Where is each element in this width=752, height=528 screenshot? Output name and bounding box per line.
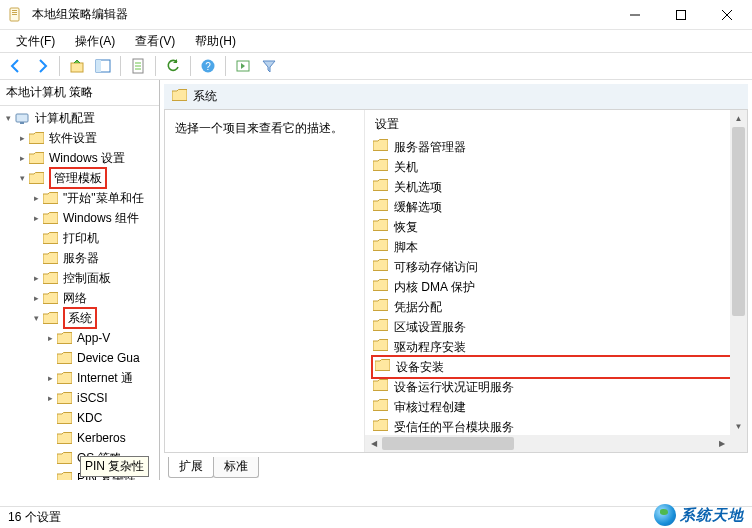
tree-node-printer[interactable]: 打印机	[0, 228, 159, 248]
show-hide-tree-button[interactable]	[91, 55, 115, 77]
titlebar: 本地组策略编辑器	[0, 0, 752, 30]
tree-label: 控制面板	[63, 269, 111, 287]
tree-label: 管理模板	[49, 167, 107, 189]
scroll-thumb-h[interactable]	[382, 437, 514, 450]
horizontal-scrollbar[interactable]: ◀▶	[365, 435, 730, 452]
back-button[interactable]	[4, 55, 28, 77]
tree-node-admin-templates[interactable]: ▾管理模板	[0, 168, 159, 188]
app-icon	[8, 7, 24, 23]
tree-node-kerberos[interactable]: Kerberos	[0, 428, 159, 448]
vertical-scrollbar[interactable]: ▲▼	[730, 110, 747, 435]
list-label: 区域设置服务	[394, 318, 466, 336]
scroll-left-icon[interactable]: ◀	[365, 435, 382, 452]
help-button[interactable]: ?	[196, 55, 220, 77]
list-label: 设备安装	[396, 358, 444, 376]
list-item-scripts[interactable]: 脚本	[371, 237, 747, 257]
tree-header[interactable]: 本地计算机 策略	[0, 80, 159, 106]
list-item-locale[interactable]: 区域设置服务	[371, 317, 747, 337]
list-item-shutdown[interactable]: 关机	[371, 157, 747, 177]
scroll-right-icon[interactable]: ▶	[713, 435, 730, 452]
list-item-recovery[interactable]: 恢复	[371, 217, 747, 237]
maximize-button[interactable]	[658, 1, 704, 29]
tree-node-control-panel[interactable]: ▸控制面板	[0, 268, 159, 288]
list-column-header[interactable]: 设置	[365, 110, 747, 137]
list-item-kernel-dma[interactable]: 内核 DMA 保护	[371, 277, 747, 297]
tree-node-server[interactable]: 服务器	[0, 248, 159, 268]
tree-label: App-V	[77, 329, 110, 347]
forward-button[interactable]	[30, 55, 54, 77]
tree-label: 网络	[63, 289, 87, 307]
tree-label: 计算机配置	[35, 109, 95, 127]
menu-action[interactable]: 操作(A)	[65, 31, 125, 52]
list-item-mitigation[interactable]: 缓解选项	[371, 197, 747, 217]
filter-button[interactable]	[257, 55, 281, 77]
folder-icon	[373, 338, 388, 356]
list-item-shutdown-options[interactable]: 关机选项	[371, 177, 747, 197]
list-item-audit[interactable]: 审核过程创建	[371, 397, 747, 417]
list-label: 驱动程序安装	[394, 338, 466, 356]
folder-icon	[373, 418, 388, 436]
watermark: 系统天地	[654, 504, 744, 526]
tree-node-device-guard[interactable]: Device Gua	[0, 348, 159, 368]
folder-icon	[373, 398, 388, 416]
menubar: 文件(F) 操作(A) 查看(V) 帮助(H)	[0, 30, 752, 52]
menu-view[interactable]: 查看(V)	[125, 31, 185, 52]
list-label: 脚本	[394, 238, 418, 256]
tree-node-software[interactable]: ▸软件设置	[0, 128, 159, 148]
tab-standard[interactable]: 标准	[213, 457, 259, 478]
list-item-trusted-platform[interactable]: 受信任的平台模块服务	[371, 417, 747, 437]
tree-node-system[interactable]: ▾系统	[0, 308, 159, 328]
refresh-button[interactable]	[161, 55, 185, 77]
description-column: 选择一个项目来查看它的描述。	[165, 110, 365, 452]
tree-pane: 本地计算机 策略 ▾计算机配置 ▸软件设置 ▸Windows 设置 ▾管理模板 …	[0, 80, 160, 480]
tree-node-windows-components[interactable]: ▸Windows 组件	[0, 208, 159, 228]
menu-help[interactable]: 帮助(H)	[185, 31, 246, 52]
folder-icon	[373, 318, 388, 336]
toolbar-extra-button[interactable]	[231, 55, 255, 77]
list-item-credential[interactable]: 凭据分配	[371, 297, 747, 317]
scroll-thumb[interactable]	[732, 127, 745, 316]
tree-node-iscsi[interactable]: ▸iSCSI	[0, 388, 159, 408]
svg-rect-15	[16, 114, 28, 122]
up-button[interactable]	[65, 55, 89, 77]
svg-rect-16	[20, 122, 24, 124]
settings-list: 设置 服务器管理器 关机 关机选项 缓解选项 恢复 脚本 可移动存储访问 内核 …	[365, 110, 747, 452]
view-tabs: 扩展 标准	[160, 457, 752, 480]
tree-node-internet[interactable]: ▸Internet 通	[0, 368, 159, 388]
tree-node-appv[interactable]: ▸App-V	[0, 328, 159, 348]
folder-icon	[373, 138, 388, 156]
list-label: 关机	[394, 158, 418, 176]
tree-node-computer-config[interactable]: ▾计算机配置	[0, 108, 159, 128]
list-item-server-manager[interactable]: 服务器管理器	[371, 137, 747, 157]
list-label: 凭据分配	[394, 298, 442, 316]
tree-label: iSCSI	[77, 389, 108, 407]
folder-icon	[373, 178, 388, 196]
list-label: 设备运行状况证明服务	[394, 378, 514, 396]
folder-icon	[373, 218, 388, 236]
status-text: 16 个设置	[8, 509, 61, 526]
scroll-up-icon[interactable]: ▲	[730, 110, 747, 127]
scroll-down-icon[interactable]: ▼	[730, 418, 747, 435]
minimize-button[interactable]	[612, 1, 658, 29]
scroll-corner	[730, 435, 747, 452]
properties-button[interactable]	[126, 55, 150, 77]
tooltip: PIN 复杂性	[80, 456, 149, 477]
list-item-device-install[interactable]: 设备安装	[371, 355, 747, 379]
list-label: 可移动存储访问	[394, 258, 478, 276]
toolbar: ?	[0, 52, 752, 80]
main-area: 本地计算机 策略 ▾计算机配置 ▸软件设置 ▸Windows 设置 ▾管理模板 …	[0, 80, 752, 480]
tree-label: KDC	[77, 409, 102, 427]
list-item-driver-install[interactable]: 驱动程序安装	[371, 337, 747, 357]
tree-node-start-menu[interactable]: ▸"开始"菜单和任	[0, 188, 159, 208]
tab-extended[interactable]: 扩展	[168, 457, 214, 478]
tree-label: "开始"菜单和任	[63, 189, 144, 207]
tree-node-network[interactable]: ▸网络	[0, 288, 159, 308]
tree-node-windows-settings[interactable]: ▸Windows 设置	[0, 148, 159, 168]
folder-icon	[373, 298, 388, 316]
tree-node-kdc[interactable]: KDC	[0, 408, 159, 428]
menu-file[interactable]: 文件(F)	[6, 31, 65, 52]
tree-label: 服务器	[63, 249, 99, 267]
list-item-removable-storage[interactable]: 可移动存储访问	[371, 257, 747, 277]
list-item-device-health[interactable]: 设备运行状况证明服务	[371, 377, 747, 397]
close-button[interactable]	[704, 1, 750, 29]
